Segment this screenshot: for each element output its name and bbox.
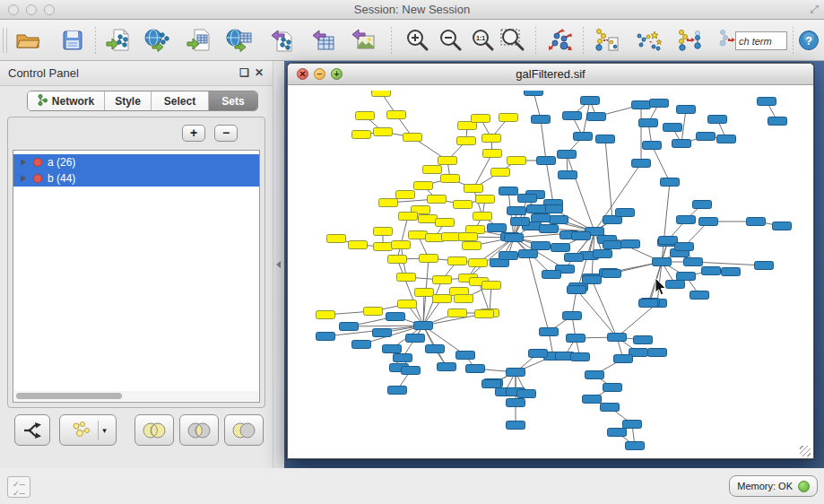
graph-node[interactable] <box>559 171 577 179</box>
expander-icon[interactable] <box>21 175 26 182</box>
graph-node[interactable] <box>327 235 346 243</box>
split-sets-button[interactable] <box>14 414 50 446</box>
graph-node[interactable] <box>702 267 721 275</box>
export-image-icon[interactable] <box>350 27 377 54</box>
apply-layout-icon[interactable] <box>547 27 574 54</box>
new-network-from-selection-icon[interactable] <box>594 27 620 54</box>
graph-node[interactable] <box>317 311 335 319</box>
graph-node[interactable] <box>352 131 371 139</box>
graph-node[interactable] <box>398 300 417 308</box>
graph-node[interactable] <box>565 254 584 262</box>
network-canvas[interactable] <box>289 85 812 458</box>
graph-node[interactable] <box>614 355 633 363</box>
graph-node[interactable] <box>426 345 445 353</box>
graph-node[interactable] <box>409 231 428 239</box>
zoom-fit-selected-icon[interactable] <box>499 27 526 54</box>
graph-node[interactable] <box>448 309 467 317</box>
graph-node[interactable] <box>438 363 456 371</box>
memory-status-button[interactable]: Memory: OK <box>729 475 818 497</box>
graph-node[interactable] <box>507 207 526 215</box>
graph-node[interactable] <box>650 100 669 108</box>
graph-node[interactable] <box>507 369 525 377</box>
graph-node[interactable] <box>373 329 392 337</box>
graph-node[interactable] <box>352 341 371 349</box>
graph-node[interactable] <box>383 345 402 353</box>
network-window-title-bar[interactable]: ✕ − + galFiltered.sif <box>288 64 813 85</box>
graph-node[interactable] <box>639 119 658 127</box>
expander-icon[interactable] <box>21 159 26 166</box>
graph-node[interactable] <box>623 421 642 429</box>
graph-node[interactable] <box>317 333 335 341</box>
window-resize-grip[interactable] <box>800 446 811 456</box>
fullscreen-icon[interactable]: ⤢ <box>810 3 819 15</box>
graph-node[interactable] <box>414 182 433 190</box>
graph-node[interactable] <box>574 133 593 141</box>
open-session-icon[interactable] <box>14 27 41 54</box>
graph-node[interactable] <box>402 367 421 375</box>
close-panel-icon[interactable]: ✕ <box>255 66 264 79</box>
graph-node[interactable] <box>403 134 422 142</box>
import-network-web-icon[interactable] <box>143 27 170 54</box>
graph-node[interactable] <box>420 255 438 263</box>
graph-node[interactable] <box>672 140 691 148</box>
graph-node[interactable] <box>571 353 590 361</box>
graph-node[interactable] <box>697 133 716 141</box>
add-set-button[interactable]: + <box>182 125 205 142</box>
graph-node[interactable] <box>768 117 787 126</box>
graph-node[interactable] <box>476 196 495 204</box>
graph-node[interactable] <box>475 310 494 318</box>
graph-node[interactable] <box>693 201 712 209</box>
import-table-file-icon[interactable] <box>186 27 213 54</box>
graph-node[interactable] <box>356 112 375 120</box>
graph-node[interactable] <box>387 111 406 119</box>
create-set-from-network-button[interactable]: ▾ <box>59 414 117 446</box>
graph-node[interactable] <box>463 242 481 250</box>
set-list-item[interactable]: b (44) <box>13 170 259 187</box>
set-union-button[interactable] <box>134 414 174 446</box>
graph-node[interactable] <box>542 271 561 279</box>
graph-node[interactable] <box>639 300 658 308</box>
graph-node[interactable] <box>708 116 727 124</box>
graph-node[interactable] <box>563 112 582 120</box>
graph-node[interactable] <box>550 216 568 224</box>
first-neighbors-icon[interactable] <box>676 27 703 54</box>
graph-node[interactable] <box>603 384 622 392</box>
graph-node[interactable] <box>525 91 543 96</box>
graph-node[interactable] <box>544 205 563 213</box>
task-history-button[interactable]: ✓─✓─ <box>7 476 30 498</box>
graph-node[interactable] <box>616 209 635 217</box>
collapse-panel-icon[interactable] <box>276 261 281 268</box>
graph-node[interactable] <box>394 354 412 362</box>
graph-node[interactable] <box>558 151 577 159</box>
graph-node[interactable] <box>388 256 407 264</box>
graph-node[interactable] <box>581 97 600 105</box>
graph-node[interactable] <box>677 216 696 224</box>
graph-node[interactable] <box>442 233 461 241</box>
graph-node[interactable] <box>340 323 359 331</box>
graph-node[interactable] <box>699 218 718 226</box>
graph-node[interactable] <box>428 196 447 204</box>
graph-node[interactable] <box>583 276 602 284</box>
graph-node[interactable] <box>717 135 736 143</box>
zoom-in-icon[interactable] <box>403 27 430 54</box>
tab-sets[interactable]: Sets <box>209 91 257 110</box>
graph-node[interactable] <box>438 157 457 165</box>
graph-node[interactable] <box>455 295 473 303</box>
graph-node[interactable] <box>482 380 501 388</box>
graph-node[interactable] <box>540 328 559 336</box>
help-button[interactable]: ? <box>797 29 820 52</box>
graph-node[interactable] <box>608 429 627 437</box>
graph-node[interactable] <box>386 313 405 321</box>
graph-node[interactable] <box>392 241 411 249</box>
graph-node[interactable] <box>414 322 433 330</box>
graph-node[interactable] <box>648 349 667 357</box>
graph-node[interactable] <box>507 399 525 407</box>
graph-node[interactable] <box>505 234 524 242</box>
graph-node[interactable] <box>677 106 696 114</box>
graph-node[interactable] <box>540 225 559 233</box>
graph-node[interactable] <box>583 395 602 404</box>
graph-node[interactable] <box>396 191 415 199</box>
set-difference-button[interactable] <box>224 414 264 446</box>
graph-node[interactable] <box>519 250 538 258</box>
graph-node[interactable] <box>454 201 473 209</box>
